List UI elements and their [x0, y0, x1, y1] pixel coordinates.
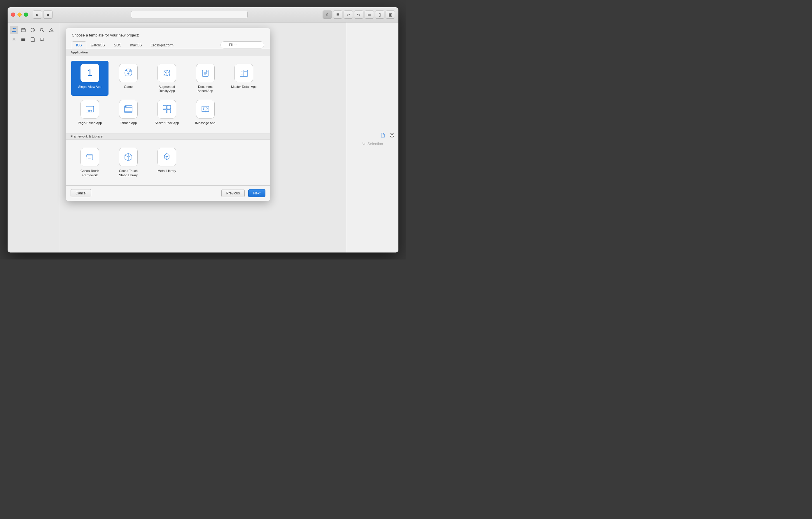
single-view-icon: 1 — [81, 64, 99, 82]
dialog-header: Choose a template for your new project: — [66, 28, 270, 40]
dialog-overlay: Choose a template for your new project: … — [60, 23, 346, 252]
page-based-icon — [81, 100, 99, 118]
svg-point-24 — [205, 111, 206, 112]
template-imessage[interactable]: iMessage App — [187, 97, 224, 128]
main-area: Choose a template for your new project: … — [7, 23, 399, 252]
metal-icon — [157, 148, 176, 166]
help-icon[interactable] — [388, 131, 396, 139]
imessage-label: iMessage App — [195, 121, 215, 125]
nav-back-button[interactable]: ↩ — [344, 10, 353, 19]
tab-macos[interactable]: macOS — [126, 42, 146, 49]
svg-rect-4 — [21, 38, 25, 38]
master-detail-label: Master-Detail App — [231, 85, 256, 89]
minimize-button[interactable] — [18, 12, 22, 17]
layout2-button[interactable]: ▯ — [375, 10, 384, 19]
template-single-view[interactable]: 1 Single View App — [71, 61, 109, 96]
application-grid: 1 Single View App — [66, 55, 270, 133]
svg-point-15 — [91, 110, 92, 111]
svg-rect-19 — [163, 105, 167, 109]
cocoa-static-label: Cocoa TouchStatic Library — [119, 169, 138, 177]
ar-label: AugmentedReality App — [159, 85, 175, 93]
document-icon — [196, 64, 215, 82]
svg-point-28 — [392, 136, 392, 137]
sidebar-item-folder[interactable] — [10, 26, 18, 34]
template-master-detail[interactable]: Master-Detail App — [225, 61, 262, 96]
template-ar[interactable]: AugmentedReality App — [148, 61, 185, 96]
template-sticker[interactable]: Sticker Pack App — [148, 97, 185, 128]
tab-watchos[interactable]: watchOS — [86, 42, 109, 49]
single-view-label: Single View App — [78, 85, 101, 89]
layout3-button[interactable]: ▣ — [385, 10, 395, 19]
toolbar-right: {} ≡ ↩ ↪ ▭ ▯ ▣ — [323, 10, 395, 19]
svg-rect-21 — [163, 109, 167, 113]
layout1-button[interactable]: ▭ — [365, 10, 374, 19]
sidebar — [7, 23, 60, 252]
cocoa-framework-icon — [81, 148, 99, 166]
svg-point-14 — [89, 110, 90, 111]
svg-rect-0 — [21, 29, 25, 32]
svg-point-3 — [51, 31, 51, 31]
sticker-icon — [157, 100, 176, 118]
stop-button[interactable]: ■ — [43, 10, 53, 19]
nav-fwd-button[interactable]: ↪ — [354, 10, 364, 19]
template-tabbed[interactable]: Tabbed App — [110, 97, 147, 128]
master-detail-icon — [234, 64, 253, 82]
maximize-button[interactable] — [24, 12, 28, 17]
sidebar-item-issues[interactable] — [47, 26, 55, 34]
filter-input[interactable] — [221, 42, 264, 49]
title-search-bar[interactable] — [131, 11, 248, 18]
svg-point-13 — [88, 110, 89, 111]
run-button[interactable]: ▶ — [33, 10, 42, 19]
template-metal[interactable]: Metal Library — [148, 145, 185, 180]
tab-cross[interactable]: Cross-platform — [146, 42, 178, 49]
svg-rect-6 — [21, 40, 25, 41]
tabbed-icon — [119, 100, 138, 118]
template-document[interactable]: DocumentBased App — [187, 61, 224, 96]
sidebar-item-chat[interactable] — [38, 35, 46, 44]
no-selection-text: No Selection — [362, 142, 383, 146]
template-page-based[interactable]: Page-Based App — [71, 97, 109, 128]
new-project-dialog: Choose a template for your new project: … — [66, 28, 270, 201]
sidebar-item-breakpoints[interactable] — [19, 35, 27, 44]
sidebar-item-source[interactable] — [29, 26, 37, 34]
svg-rect-26 — [87, 156, 93, 157]
template-content: Application 1 Single View App — [66, 49, 270, 185]
svg-point-8 — [129, 70, 131, 72]
tab-bar: iOS watchOS tvOS macOS Cross-platform ⌕ — [66, 40, 270, 49]
template-cocoa-framework[interactable]: Cocoa TouchFramework — [71, 145, 109, 180]
sidebar-item-report[interactable] — [29, 35, 37, 44]
svg-rect-20 — [167, 105, 171, 109]
editor-split-button[interactable]: ≡ — [333, 10, 342, 19]
section-application: Application — [66, 49, 270, 55]
previous-button[interactable]: Previous — [221, 189, 245, 197]
sidebar-item-warning[interactable] — [19, 26, 27, 34]
cancel-button[interactable]: Cancel — [70, 189, 91, 197]
close-button[interactable] — [11, 12, 15, 17]
tab-tvos[interactable]: tvOS — [109, 42, 126, 49]
svg-rect-5 — [21, 39, 25, 40]
svg-rect-12 — [86, 106, 94, 112]
imessage-icon — [196, 100, 215, 118]
ar-icon — [157, 64, 176, 82]
svg-rect-18 — [125, 106, 126, 107]
titlebar: ▶ ■ {} ≡ ↩ ↪ ▭ ▯ ▣ — [7, 7, 399, 23]
document-label: DocumentBased App — [198, 85, 213, 93]
template-game[interactable]: Game — [110, 61, 147, 96]
new-file-icon[interactable] — [379, 131, 387, 139]
svg-rect-9 — [202, 70, 208, 77]
svg-rect-25 — [87, 155, 93, 160]
sidebar-item-search[interactable] — [38, 26, 46, 34]
template-cocoa-static[interactable]: Cocoa TouchStatic Library — [110, 145, 147, 180]
main-window: ▶ ■ {} ≡ ↩ ↪ ▭ ▯ ▣ — [7, 7, 399, 252]
tab-ios[interactable]: iOS — [72, 42, 86, 49]
cocoa-framework-label: Cocoa TouchFramework — [81, 169, 99, 177]
svg-rect-11 — [244, 71, 247, 72]
code-editor-button[interactable]: {} — [323, 10, 332, 19]
sidebar-item-debug[interactable] — [10, 35, 18, 44]
framework-grid: Cocoa TouchFramework Cocoa TouchStatic L… — [66, 139, 270, 185]
game-label: Game — [124, 85, 133, 89]
section-framework: Framework & Library — [66, 133, 270, 139]
traffic-lights — [11, 12, 28, 17]
next-button[interactable]: Next — [248, 189, 265, 197]
cocoa-static-icon — [119, 148, 138, 166]
